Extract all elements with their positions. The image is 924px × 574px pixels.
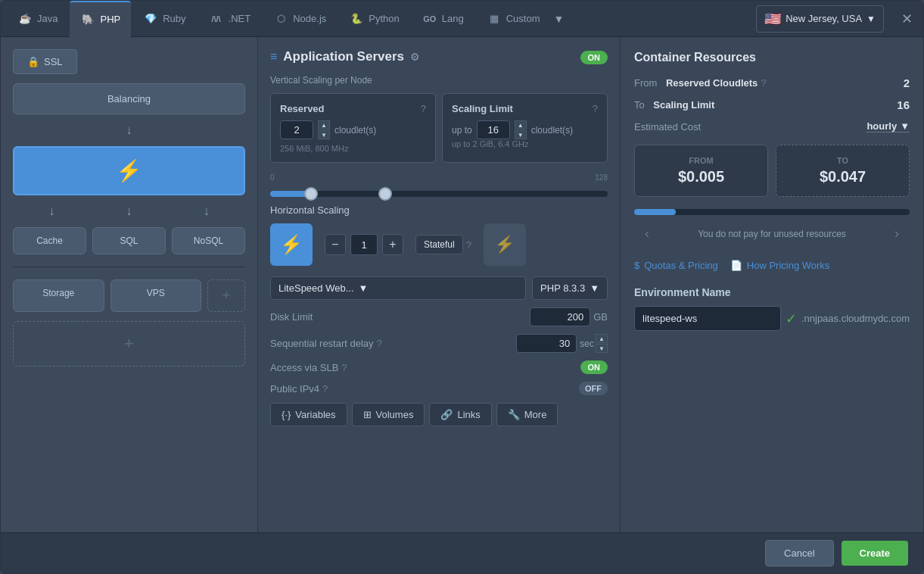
tab-net-label: .NET [229,13,251,24]
reserved-input-row: ▲ ▼ cloudlet(s) [280,120,426,139]
scaling-limit-input[interactable] [477,120,510,139]
reserved-cloudlets-help-icon[interactable]: ? [761,77,766,89]
slider-thumb-reserved[interactable] [304,187,318,201]
hourly-select[interactable]: hourly ▼ [866,120,910,133]
ipv4-label: Public IPv4 ? [270,383,579,395]
reserved-up-button[interactable]: ▲ [318,120,330,129]
to-cost-label: TO [787,156,898,165]
footer: Cancel Create [1,532,923,573]
count-decrease-button[interactable]: − [325,234,346,255]
stateful-help-icon[interactable]: ? [466,239,471,251]
disk-limit-row: Disk Limit GB [270,307,608,326]
restart-help-icon[interactable]: ? [377,338,382,349]
scaling-slider-container: 0 128 [270,173,608,197]
ipv4-toggle[interactable]: OFF [579,382,608,395]
close-button[interactable]: ✕ [896,8,917,30]
tab-java-label: Java [37,13,58,24]
scaling-arrows: ▲ ▼ [515,120,527,139]
divider [13,267,245,267]
scaling-mem-label: up to 2 GiB, 6.4 GHz [452,139,598,148]
env-name-input[interactable] [634,306,781,331]
php-version-dropdown[interactable]: PHP 8.3.3 ▼ [532,276,608,300]
tab-custom-label: Custom [506,13,540,24]
region-selector[interactable]: 🇺🇸 New Jersey, USA ▼ [756,5,884,33]
app-servers-header: ≡ Application Servers ⚙ ON [270,49,608,64]
quotas-pricing-link[interactable]: $ Quotas & Pricing [634,260,718,271]
cache-block[interactable]: Cache [13,227,86,254]
scaling-help-icon[interactable]: ? [593,103,598,114]
arrow-down-2: ↓ [48,204,54,218]
links-icon: 🔗 [440,409,453,420]
ssl-button[interactable]: 🔒 SSL [13,49,77,74]
from-val: 2 [904,76,910,89]
next-arrow-icon[interactable]: › [894,226,899,242]
storage-types-row: Cache SQL NoSQL [13,227,245,254]
java-icon: ☕ [17,11,33,27]
estimated-cost-row: Estimated Cost hourly ▼ [634,120,910,133]
tab-python[interactable]: 🐍 Python [338,1,409,37]
create-button[interactable]: Create [842,541,908,566]
app-servers-toggle[interactable]: ON [580,51,608,64]
to-cost-box: TO $0.047 [776,145,910,197]
more-button[interactable]: 🔧 More [496,403,558,426]
vps-block[interactable]: VPS [110,279,202,312]
reserved-help-icon[interactable]: ? [421,103,426,114]
tab-more-chevron[interactable]: ▼ [553,13,564,25]
slider-thumb-scaling[interactable] [378,187,392,201]
to-scaling-row: To Scaling Limit 16 [634,98,910,111]
content-area: 🔒 SSL Balancing ↓ ⚡ ↓ ↓ ↓ Cache [1,37,923,532]
scaling-up-button[interactable]: ▲ [515,120,527,129]
add-large-button[interactable]: + [13,321,245,367]
storage-block[interactable]: Storage [13,279,104,312]
slb-help-icon[interactable]: ? [341,362,347,373]
cancel-button[interactable]: Cancel [765,540,833,566]
from-cost-val: $0.005 [646,168,757,186]
variables-button[interactable]: {·} Variables [270,403,347,426]
right-panel: Container Resources From Reserved Cloudl… [621,37,923,532]
reserved-down-button[interactable]: ▼ [318,130,330,139]
ipv4-help-icon[interactable]: ? [322,383,328,395]
count-increase-button[interactable]: + [382,234,403,255]
reserved-arrows: ▲ ▼ [318,120,330,139]
balancing-block[interactable]: Balancing [13,83,245,114]
reserved-value-input[interactable] [280,120,313,139]
slider-track[interactable] [270,191,608,197]
litespeed-dropdown[interactable]: LiteSpeed Web... ▼ [270,276,526,300]
from-reserved-row: From Reserved Cloudlets ? 2 [634,76,910,89]
litespeed-chevron-icon: ▼ [359,282,369,294]
restart-up-button[interactable]: ▲ [596,334,608,343]
disk-unit-label: GB [593,311,608,323]
litespeed-label: LiteSpeed Web... [278,282,354,294]
doc-icon: 📄 [730,260,742,271]
slb-toggle[interactable]: ON [580,360,608,374]
restart-down-button[interactable]: ▼ [596,344,608,353]
tab-java[interactable]: ☕ Java [7,1,68,37]
stateful-button[interactable]: Stateful [415,235,463,254]
tab-net[interactable]: /\/\ .NET [198,1,262,37]
nosql-block[interactable]: NoSQL [172,227,245,254]
tab-lang[interactable]: GO Lang [412,1,474,37]
add-storage-button[interactable]: + [207,279,245,312]
env-name-section-label: Environment Name [634,286,910,298]
links-button[interactable]: 🔗 Links [429,403,491,426]
nodejs-icon: ⬡ [273,11,288,27]
volumes-button[interactable]: ⊞ Volumes [352,403,425,426]
settings-icon[interactable]: ⚙ [410,51,420,63]
tab-nodejs[interactable]: ⬡ Node.js [263,1,337,37]
tab-custom[interactable]: ▦ Custom [476,1,551,37]
arrow-down-1: ↓ [13,123,245,137]
restart-arrows: ▲ ▼ [596,334,608,353]
scaling-down-button[interactable]: ▼ [515,130,527,139]
disk-limit-input[interactable] [530,307,590,326]
how-pricing-link[interactable]: 📄 How Pricing Works [730,260,830,271]
tab-php[interactable]: 🐘 PHP [70,1,131,37]
server-icon-blue: ⚡ [270,223,313,266]
lang-icon: GO [422,11,437,27]
restart-delay-input[interactable] [516,334,577,353]
pricing-slider [634,209,910,215]
tab-ruby[interactable]: 💎 Ruby [132,1,196,37]
server-block-main[interactable]: ⚡ [13,146,245,195]
slb-row: Access via SLB ? ON [270,360,608,374]
sql-block[interactable]: SQL [92,227,166,254]
tab-bar: ☕ Java 🐘 PHP 💎 Ruby /\/\ .NET ⬡ Node.js … [1,1,923,37]
